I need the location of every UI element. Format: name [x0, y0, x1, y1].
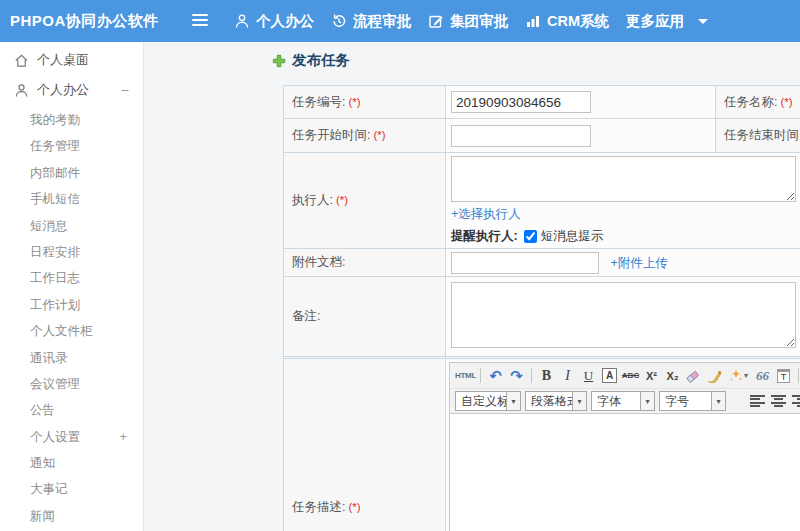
attachment-input[interactable] — [451, 252, 599, 274]
sidebar-item-meeting-management[interactable]: 会议管理 — [0, 371, 143, 397]
task-name-label: 任务名称:(*) — [716, 86, 800, 119]
edit-icon — [428, 13, 444, 29]
process-history-icon — [331, 13, 347, 29]
bar-chart-icon — [525, 13, 541, 29]
nav-crm-system[interactable]: CRM系统 — [525, 12, 609, 31]
sidebar-item-notice[interactable]: 通知 — [0, 450, 143, 476]
italic-button[interactable]: I — [557, 366, 578, 386]
sidebar-item-short-message[interactable]: 短消息 — [0, 213, 143, 239]
paragraph-format-select[interactable]: 段落格式 ▾ — [525, 391, 587, 411]
underline-button[interactable]: U — [578, 366, 599, 386]
sidebar-item-announcement[interactable]: 公告 — [0, 397, 143, 423]
task-number-input[interactable] — [451, 91, 591, 113]
caret-down-icon — [698, 19, 708, 24]
sidebar-item-work-log[interactable]: 工作日志 — [0, 265, 143, 291]
collapse-minus-icon[interactable]: − — [121, 82, 129, 98]
sidebar-item-news[interactable]: 新闻 — [0, 503, 143, 529]
remind-executor-label: 提醒执行人: — [451, 228, 518, 245]
magic-wand-dropdown-button[interactable]: ▾ — [725, 366, 752, 386]
rich-text-editor: HTML ↶ ↷ B I U A ABC X² X₂ — [449, 362, 800, 531]
nav-personal-office[interactable]: 个人办公 — [234, 12, 314, 31]
sidebar-item-personal-office[interactable]: 个人办公 − — [0, 75, 143, 105]
sms-remind-checkbox[interactable] — [524, 230, 537, 243]
choose-executor-link[interactable]: +选择执行人 — [451, 207, 521, 221]
app-logo: PHPOA协同办公软件 — [10, 0, 159, 42]
attachment-upload-link[interactable]: +附件上传 — [610, 256, 667, 270]
sidebar-submenu: 我的考勤 任务管理 内部邮件 手机短信 短消息 日程安排 工作日志 工作计划 个… — [0, 107, 143, 529]
top-bar: PHPOA协同办公软件 个人办公 流程审批 集团审批 CRM系统 更多应用 — [0, 0, 800, 42]
format-brush-button[interactable] — [704, 366, 725, 386]
strikethrough-button[interactable]: ABC — [620, 366, 641, 386]
font-size-select[interactable]: 字号 ▾ — [659, 391, 726, 411]
blockquote-button[interactable]: 66 — [752, 366, 773, 386]
sidebar-item-file-cabinet[interactable]: 个人文件柜 — [0, 318, 143, 344]
top-nav: 个人办公 流程审批 集团审批 CRM系统 更多应用 — [234, 0, 725, 42]
start-time-input[interactable] — [451, 125, 591, 147]
eraser-remove-format-button[interactable] — [683, 366, 704, 386]
expand-plus-icon[interactable]: + — [119, 424, 127, 450]
sidebar-item-work-plan[interactable]: 工作计划 — [0, 292, 143, 318]
remark-label: 备注: — [284, 277, 446, 357]
home-icon — [14, 53, 29, 68]
attachment-label: 附件文档: — [284, 249, 446, 277]
task-number-label: 任务编号:(*) — [284, 86, 446, 119]
align-center-button[interactable] — [771, 394, 786, 408]
font-style-button[interactable]: A — [599, 366, 620, 386]
executor-textarea[interactable] — [451, 156, 796, 202]
editor-toolbar-row-2: 自定义标题 ▾ 段落格式 ▾ 字体 ▾ 字号 ▾ — [450, 388, 800, 413]
person-icon — [234, 13, 250, 29]
task-description-table: 任务描述:(*) HTML ↶ ↷ B I U A ABC X² — [283, 358, 800, 531]
page-title: 发布任务 — [272, 51, 350, 70]
description-label: 任务描述:(*) — [284, 359, 446, 531]
person-icon — [14, 83, 29, 98]
end-time-label: 任务结束时间:(*) — [716, 119, 800, 153]
paste-plain-text-button[interactable]: T — [773, 366, 794, 386]
sms-remind-option-label: 短消息提示 — [541, 228, 604, 245]
editor-toolbar-row-1: HTML ↶ ↷ B I U A ABC X² X₂ — [450, 363, 800, 388]
superscript-button[interactable]: X² — [641, 366, 662, 386]
caret-down-icon: ▾ — [572, 392, 586, 410]
add-plus-icon — [272, 54, 286, 68]
bold-button[interactable]: B — [536, 366, 557, 386]
remark-textarea[interactable] — [451, 282, 796, 348]
start-time-label: 任务开始时间:(*) — [284, 119, 446, 153]
caret-down-icon: ▾ — [506, 392, 520, 410]
sidebar-item-internal-mail[interactable]: 内部邮件 — [0, 160, 143, 186]
sidebar-item-contacts[interactable]: 通讯录 — [0, 345, 143, 371]
sidebar-item-schedule[interactable]: 日程安排 — [0, 239, 143, 265]
undo-button[interactable]: ↶ — [485, 366, 506, 386]
custom-title-select[interactable]: 自定义标题 ▾ — [455, 391, 521, 411]
executor-label: 执行人:(*) — [284, 153, 446, 249]
subscript-button[interactable]: X₂ — [662, 366, 683, 386]
align-left-button[interactable] — [750, 394, 765, 408]
caret-down-icon: ▾ — [640, 392, 654, 410]
align-right-button[interactable] — [792, 394, 800, 408]
redo-button[interactable]: ↷ — [506, 366, 527, 386]
sidebar-item-personal-desktop[interactable]: 个人桌面 — [0, 45, 143, 75]
hamburger-menu-icon[interactable] — [192, 14, 208, 27]
sidebar-item-personal-settings[interactable]: 个人设置 + — [0, 424, 143, 450]
main-content: 发布任务 任务编号:(*) 任务名称:(*) 任务开始时间:(*) — [145, 42, 800, 531]
nav-more-apps[interactable]: 更多应用 — [626, 12, 708, 31]
sidebar-item-events[interactable]: 大事记 — [0, 476, 143, 502]
html-source-button[interactable]: HTML — [455, 366, 476, 386]
task-form-table: 任务编号:(*) 任务名称:(*) 任务开始时间:(*) 任务结束时间:(*) — [283, 85, 800, 357]
nav-group-approval[interactable]: 集团审批 — [428, 12, 508, 31]
editor-content-area[interactable] — [450, 413, 800, 531]
caret-down-icon: ▾ — [711, 392, 725, 410]
nav-process-approval[interactable]: 流程审批 — [331, 12, 411, 31]
sidebar-item-sms[interactable]: 手机短信 — [0, 186, 143, 212]
sidebar-item-attendance[interactable]: 我的考勤 — [0, 107, 143, 133]
sidebar: 个人桌面 个人办公 − 我的考勤 任务管理 内部邮件 手机短信 短消息 日程安排… — [0, 42, 144, 531]
font-family-select[interactable]: 字体 ▾ — [591, 391, 655, 411]
sidebar-item-task-management[interactable]: 任务管理 — [0, 133, 143, 159]
